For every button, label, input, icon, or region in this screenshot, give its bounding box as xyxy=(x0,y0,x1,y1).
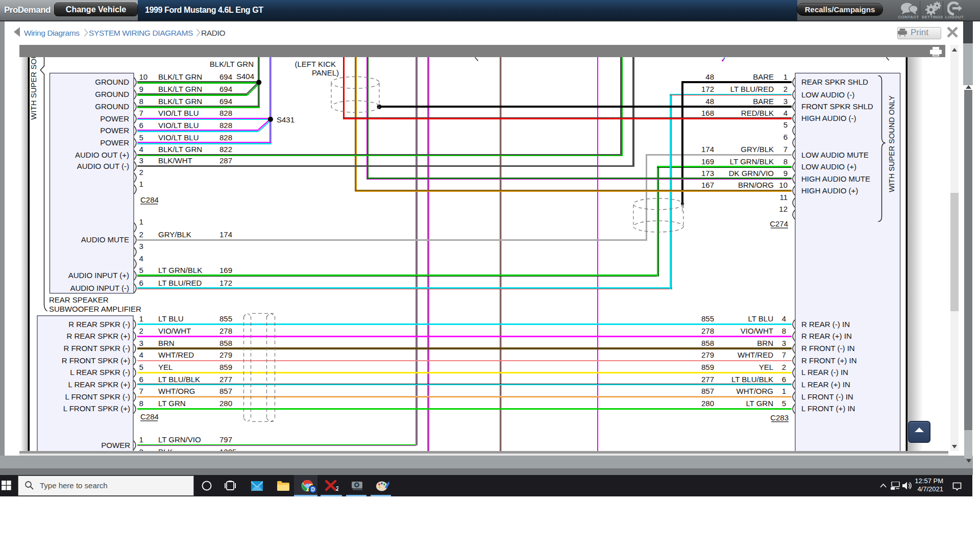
svg-text:169: 169 xyxy=(701,157,714,166)
svg-text:3: 3 xyxy=(139,242,143,251)
svg-text:L FRONT SPKR (+): L FRONT SPKR (+) xyxy=(63,405,130,413)
svg-text:BLK/LT GRN: BLK/LT GRN xyxy=(158,85,202,93)
svg-text:GROUND: GROUND xyxy=(95,90,129,99)
svg-text:855: 855 xyxy=(701,314,714,323)
svg-text:LT BLU/BLK: LT BLU/BLK xyxy=(158,375,200,384)
svg-text:174: 174 xyxy=(701,145,714,154)
svg-text:1: 1 xyxy=(139,180,143,188)
svg-text:3: 3 xyxy=(139,157,143,165)
svg-text:LT BLU/RED: LT BLU/RED xyxy=(730,85,774,94)
svg-text:VIO/LT BLU: VIO/LT BLU xyxy=(158,133,199,142)
svg-text:L REAR SPKR (-): L REAR SPKR (-) xyxy=(70,368,130,377)
svg-text:R FRONT (+) IN: R FRONT (+) IN xyxy=(801,356,856,365)
svg-text:6: 6 xyxy=(139,375,143,384)
svg-text:WHT/ORG: WHT/ORG xyxy=(737,387,774,396)
svg-text:VIO/LT BLU: VIO/LT BLU xyxy=(158,109,199,118)
svg-text:BRN: BRN xyxy=(158,339,175,347)
svg-text:4: 4 xyxy=(783,109,788,117)
svg-text:4: 4 xyxy=(139,254,143,263)
svg-text:859: 859 xyxy=(219,363,232,371)
svg-text:5: 5 xyxy=(139,363,143,371)
svg-text:LOW AUDIO (-): LOW AUDIO (-) xyxy=(801,90,854,99)
svg-text:278: 278 xyxy=(219,327,232,335)
svg-text:AUDIO OUT (-): AUDIO OUT (-) xyxy=(77,162,129,170)
svg-text:D: D xyxy=(311,487,314,492)
svg-text:C274: C274 xyxy=(770,219,788,228)
svg-text:BRN: BRN xyxy=(757,339,773,347)
svg-text:LOW AUDIO (+): LOW AUDIO (+) xyxy=(801,163,856,171)
svg-text:DK GRN/VIO: DK GRN/VIO xyxy=(729,169,774,178)
svg-text:9: 9 xyxy=(783,169,788,178)
svg-text:R REAR SPKR (-): R REAR SPKR (-) xyxy=(68,320,130,329)
svg-text:11: 11 xyxy=(779,193,788,202)
svg-text:2: 2 xyxy=(336,485,338,492)
svg-text:HIGH AUDIO (-): HIGH AUDIO (-) xyxy=(801,114,856,123)
svg-text:LT BLU: LT BLU xyxy=(158,314,183,323)
svg-text:AUDIO MUTE: AUDIO MUTE xyxy=(81,236,129,244)
svg-text:4: 4 xyxy=(139,145,143,154)
svg-text:4: 4 xyxy=(782,314,786,323)
svg-text:LT GRN/BLK: LT GRN/BLK xyxy=(730,157,774,166)
svg-text:278: 278 xyxy=(701,327,714,335)
svg-text:280: 280 xyxy=(219,399,232,408)
svg-text:VIO/WHT: VIO/WHT xyxy=(158,327,191,335)
svg-text:BLK/LT GRN: BLK/LT GRN xyxy=(158,145,202,154)
svg-text:R FRONT SPKR (-): R FRONT SPKR (-) xyxy=(63,344,130,353)
svg-text:5: 5 xyxy=(783,121,788,130)
svg-text:1: 1 xyxy=(782,387,786,396)
svg-text:HIGH AUDIO (+): HIGH AUDIO (+) xyxy=(801,186,858,195)
svg-text:R REAR (+) IN: R REAR (+) IN xyxy=(801,332,852,341)
svg-text:169: 169 xyxy=(219,266,232,274)
svg-text:R FRONT SPKR (+): R FRONT SPKR (+) xyxy=(62,356,130,365)
svg-text:172: 172 xyxy=(701,85,714,94)
svg-text:BRN/ORG: BRN/ORG xyxy=(738,181,774,189)
svg-text:REAR SPEAKER: REAR SPEAKER xyxy=(49,296,109,305)
svg-text:WITH SUPER SOUND ONLY: WITH SUPER SOUND ONLY xyxy=(888,95,896,192)
svg-text:L REAR (+) IN: L REAR (+) IN xyxy=(801,380,850,389)
svg-text:10: 10 xyxy=(779,181,788,189)
svg-text:797: 797 xyxy=(219,436,232,444)
svg-text:2: 2 xyxy=(139,168,143,177)
svg-text:3: 3 xyxy=(782,339,786,347)
svg-text:694: 694 xyxy=(219,72,232,81)
svg-text:RED/BLK: RED/BLK xyxy=(741,109,774,117)
svg-text:GROUND: GROUND xyxy=(95,103,129,111)
svg-text:3: 3 xyxy=(783,97,788,106)
svg-text:2: 2 xyxy=(783,85,788,94)
svg-text:WHT/ORG: WHT/ORG xyxy=(158,387,195,396)
svg-text:L FRONT SPKR (-): L FRONT SPKR (-) xyxy=(65,392,130,401)
svg-text:694: 694 xyxy=(219,97,232,106)
svg-text:VIO/WHT: VIO/WHT xyxy=(741,327,773,335)
svg-text:5: 5 xyxy=(139,266,143,274)
svg-text:R REAR (-) IN: R REAR (-) IN xyxy=(801,320,850,329)
svg-text:8: 8 xyxy=(783,157,788,166)
svg-text:GROUND: GROUND xyxy=(95,78,129,87)
svg-text:857: 857 xyxy=(219,387,232,396)
svg-text:BARE: BARE xyxy=(753,97,774,106)
svg-text:9: 9 xyxy=(139,85,143,93)
svg-text:BARE: BARE xyxy=(753,72,774,81)
svg-text:858: 858 xyxy=(219,339,232,347)
svg-text:174: 174 xyxy=(219,230,232,239)
svg-text:168: 168 xyxy=(701,109,714,117)
svg-text:S431: S431 xyxy=(277,116,295,124)
svg-text:VIO/LT BLU: VIO/LT BLU xyxy=(158,121,199,130)
svg-text:LT BLU/BLK: LT BLU/BLK xyxy=(731,375,773,384)
svg-text:859: 859 xyxy=(701,363,714,371)
svg-text:WHT/RED: WHT/RED xyxy=(738,351,773,360)
svg-text:1: 1 xyxy=(783,72,788,81)
svg-text:3: 3 xyxy=(139,339,143,347)
svg-text:5: 5 xyxy=(782,399,786,408)
svg-text:48: 48 xyxy=(705,72,714,81)
svg-text:GRY/BLK: GRY/BLK xyxy=(741,145,774,154)
svg-text:828: 828 xyxy=(219,133,232,142)
svg-text:279: 279 xyxy=(701,351,714,360)
svg-text:1: 1 xyxy=(139,436,143,444)
svg-text:POWER: POWER xyxy=(100,139,129,147)
svg-text:277: 277 xyxy=(701,375,714,384)
svg-text:SUBWOOFER AMPLIFIER: SUBWOOFER AMPLIFIER xyxy=(49,305,141,314)
svg-text:7: 7 xyxy=(139,387,143,396)
svg-text:HIGH AUDIO MUTE: HIGH AUDIO MUTE xyxy=(801,174,870,183)
svg-text:6: 6 xyxy=(783,133,788,142)
svg-text:1: 1 xyxy=(139,218,143,227)
